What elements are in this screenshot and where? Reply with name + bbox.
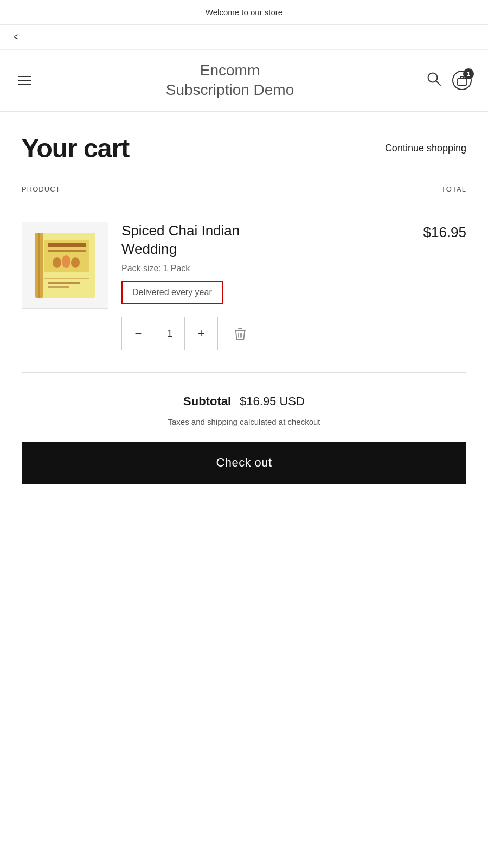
quantity-increase-button[interactable]: + [185, 317, 217, 350]
subtotal-section: Subtotal $16.95 USD Taxes and shipping c… [22, 373, 466, 506]
svg-rect-12 [44, 278, 89, 279]
delivery-badge: Delivered every year [121, 281, 223, 304]
continue-shopping-link[interactable]: Continue shopping [385, 143, 466, 154]
search-button[interactable] [426, 71, 441, 90]
product-price: $16.95 [423, 222, 466, 241]
svg-rect-16 [238, 328, 242, 329]
quantity-decrease-button[interactable]: − [122, 317, 155, 350]
product-pack-size: Pack size: 1 Pack [121, 264, 410, 273]
main-content: Your cart Continue shopping PRODUCT TOTA… [0, 112, 488, 539]
total-column-header: TOTAL [441, 185, 466, 193]
subtotal-label: Subtotal [183, 394, 231, 409]
product-name: Spiced Chai Indian Wedding [121, 222, 410, 259]
site-header: Encomm Subscription Demo 1 [0, 50, 488, 112]
svg-rect-7 [48, 243, 86, 247]
checkout-button[interactable]: Check out [22, 442, 466, 484]
announcement-bar: Welcome to our store [0, 0, 488, 25]
back-button[interactable]: < [0, 25, 488, 50]
product-column-header: PRODUCT [22, 185, 61, 193]
cart-table-header: PRODUCT TOTAL [22, 185, 466, 200]
cart-title: Your cart [22, 133, 129, 163]
subtotal-value: $16.95 USD [240, 394, 305, 409]
cart-count-badge: 1 [463, 68, 474, 79]
store-title: Encomm Subscription Demo [34, 61, 426, 100]
product-details: Spiced Chai Indian Wedding Pack size: 1 … [121, 222, 410, 351]
svg-rect-5 [38, 233, 40, 298]
quantity-value: 1 [155, 317, 185, 350]
cart-item: Spiced Chai Indian Wedding Pack size: 1 … [22, 200, 466, 373]
header-right: 1 [426, 71, 472, 90]
svg-rect-2 [458, 79, 466, 85]
svg-line-1 [436, 81, 441, 86]
svg-point-11 [71, 257, 80, 268]
svg-rect-14 [48, 286, 69, 288]
svg-rect-8 [48, 250, 86, 252]
quantity-control: − 1 + [121, 317, 218, 350]
hamburger-button[interactable] [16, 74, 34, 87]
product-image [22, 222, 108, 309]
tax-note: Taxes and shipping calculated at checkou… [22, 417, 466, 426]
svg-point-10 [62, 255, 70, 268]
cart-header: Your cart Continue shopping [22, 133, 466, 163]
svg-rect-15 [235, 330, 246, 331]
subtotal-row: Subtotal $16.95 USD [22, 394, 466, 409]
cart-button[interactable]: 1 [452, 71, 472, 90]
header-left [16, 74, 34, 87]
delete-item-button[interactable] [227, 320, 254, 347]
announcement-text: Welcome to our store [206, 8, 282, 17]
svg-rect-13 [48, 282, 80, 284]
quantity-row: − 1 + [121, 317, 410, 350]
svg-point-9 [53, 257, 61, 268]
